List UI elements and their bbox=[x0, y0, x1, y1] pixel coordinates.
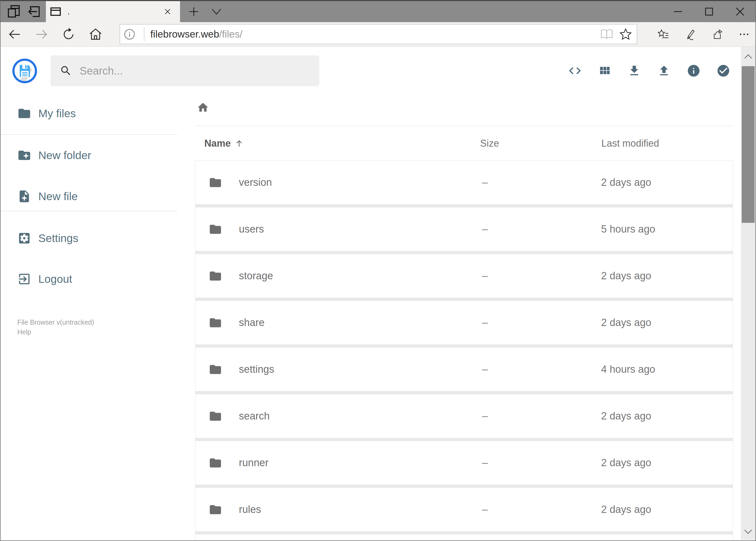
sidebar-item-label: New folder bbox=[38, 149, 91, 162]
table-row[interactable]: settings – 4 hours ago bbox=[195, 347, 733, 391]
scrollbar-down-button[interactable] bbox=[741, 524, 755, 540]
table-row[interactable]: version – 2 days ago bbox=[195, 161, 733, 204]
browser-tab[interactable]: . bbox=[46, 1, 180, 22]
minimize-button[interactable] bbox=[662, 1, 693, 22]
breadcrumb-home-button[interactable] bbox=[197, 101, 209, 114]
sidebar-item-label: Logout bbox=[38, 273, 72, 285]
share-button[interactable] bbox=[711, 26, 723, 42]
sidebar-item-new-folder[interactable]: New folder bbox=[1, 142, 189, 169]
tab-preview-icon bbox=[6, 4, 21, 19]
sidebar: My files New folder New file bbox=[1, 95, 189, 540]
file-listing-area: Name Size Last modified version – 2 days… bbox=[189, 95, 755, 540]
column-header-name[interactable]: Name bbox=[195, 138, 480, 149]
file-name: share bbox=[239, 317, 265, 328]
refresh-button[interactable] bbox=[57, 22, 81, 46]
tab-preview-button[interactable] bbox=[4, 1, 23, 22]
url-host: filebrowser.web bbox=[150, 29, 219, 40]
download-button[interactable] bbox=[627, 62, 641, 79]
filebrowser-logo bbox=[12, 58, 38, 84]
file-size: – bbox=[480, 270, 601, 282]
reading-view-button[interactable] bbox=[597, 25, 616, 44]
grid-view-icon bbox=[598, 64, 611, 78]
table-row[interactable]: storage – 2 days ago bbox=[195, 254, 733, 297]
listing-header: Name Size Last modified bbox=[195, 126, 733, 161]
column-header-modified[interactable]: Last modified bbox=[601, 138, 733, 149]
folder-icon bbox=[209, 503, 222, 516]
star-icon bbox=[619, 28, 632, 41]
logout-icon bbox=[17, 272, 31, 286]
folder-icon bbox=[17, 106, 31, 121]
folder-icon bbox=[209, 363, 222, 376]
url-text[interactable]: filebrowser.web/files/ bbox=[150, 29, 242, 40]
new-tab-button[interactable] bbox=[186, 1, 201, 22]
sidebar-item-settings[interactable]: Settings bbox=[1, 225, 189, 252]
browser-toolbar: filebrowser.web/files/ bbox=[1, 22, 755, 47]
app-body: My files New folder New file bbox=[1, 95, 755, 540]
maximize-button[interactable] bbox=[693, 1, 724, 22]
sidebar-item-my-files[interactable]: My files bbox=[1, 100, 189, 127]
file-listing: version – 2 days ago users – 5 hours ago… bbox=[195, 161, 733, 541]
upload-button[interactable] bbox=[657, 62, 671, 79]
minimize-icon bbox=[673, 7, 683, 16]
file-modified: 2 days ago bbox=[601, 504, 733, 515]
annotate-button[interactable] bbox=[684, 26, 696, 42]
tab-close-button[interactable] bbox=[159, 1, 176, 22]
sidebar-footer: File Browser v(untracked) Help bbox=[1, 317, 189, 337]
table-row[interactable]: rules – 2 days ago bbox=[195, 488, 733, 531]
sidebar-item-label: Settings bbox=[38, 232, 78, 245]
scrollbar[interactable] bbox=[741, 47, 755, 540]
address-bar-divider bbox=[144, 27, 144, 41]
table-row[interactable]: search – 2 days ago bbox=[195, 394, 733, 438]
close-button[interactable] bbox=[724, 1, 755, 22]
new-tab-plus-icon bbox=[188, 6, 199, 17]
sidebar-item-logout[interactable]: Logout bbox=[1, 266, 189, 292]
sidebar-item-new-file[interactable]: New file bbox=[1, 183, 189, 210]
file-name: users bbox=[239, 224, 264, 235]
file-modified: 2 days ago bbox=[601, 317, 733, 328]
add-favorite-button[interactable] bbox=[616, 25, 635, 44]
tab-dropdown-button[interactable] bbox=[208, 1, 225, 22]
refresh-icon bbox=[62, 27, 76, 41]
app-header bbox=[1, 47, 755, 95]
hub-favorites-button[interactable] bbox=[657, 26, 669, 42]
page-favicon-icon bbox=[50, 6, 62, 17]
header-actions bbox=[568, 47, 730, 95]
site-info-button[interactable] bbox=[120, 25, 139, 44]
scrollbar-up-button[interactable] bbox=[741, 47, 755, 66]
forward-button[interactable] bbox=[30, 22, 54, 46]
grid-view-button[interactable] bbox=[598, 62, 612, 79]
settings-more-button[interactable] bbox=[738, 26, 750, 42]
select-multiple-button[interactable] bbox=[716, 62, 730, 79]
home-button[interactable] bbox=[84, 22, 108, 46]
help-link[interactable]: Help bbox=[17, 327, 189, 337]
table-row[interactable]: runner – 2 days ago bbox=[195, 441, 733, 485]
file-name: runner bbox=[239, 457, 269, 469]
breadcrumb bbox=[195, 95, 733, 126]
code-icon bbox=[568, 64, 582, 78]
info-icon bbox=[687, 64, 701, 78]
table-row[interactable]: http – 4 hours ago bbox=[195, 535, 733, 541]
set-tabs-aside-button[interactable] bbox=[25, 1, 44, 22]
download-icon bbox=[628, 64, 641, 78]
file-modified: 2 days ago bbox=[601, 177, 733, 188]
file-modified: 2 days ago bbox=[601, 457, 733, 469]
new-folder-icon bbox=[17, 148, 31, 162]
column-header-size[interactable]: Size bbox=[480, 138, 601, 149]
address-bar[interactable]: filebrowser.web/files/ bbox=[120, 24, 637, 44]
annotate-pen-icon bbox=[684, 28, 696, 41]
back-button[interactable] bbox=[3, 22, 26, 46]
shell-command-button[interactable] bbox=[568, 62, 582, 79]
file-name: version bbox=[239, 177, 272, 188]
check-circle-icon bbox=[716, 64, 730, 78]
sidebar-divider bbox=[1, 134, 177, 135]
search-box[interactable] bbox=[51, 55, 319, 86]
sidebar-item-label: New file bbox=[38, 190, 78, 203]
table-row[interactable]: share – 2 days ago bbox=[195, 301, 733, 344]
scrollbar-thumb[interactable] bbox=[742, 66, 755, 223]
book-icon bbox=[600, 28, 614, 41]
table-row[interactable]: users – 5 hours ago bbox=[195, 208, 733, 251]
search-input[interactable] bbox=[80, 65, 319, 77]
info-button[interactable] bbox=[687, 62, 701, 79]
file-name: rules bbox=[239, 504, 261, 515]
search-icon bbox=[60, 65, 72, 77]
